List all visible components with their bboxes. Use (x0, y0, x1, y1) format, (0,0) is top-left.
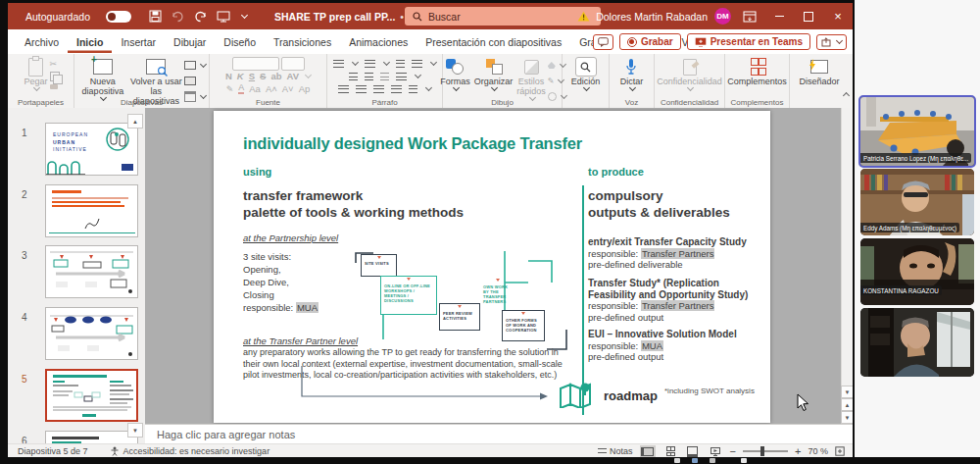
slideshow-view-button[interactable] (708, 445, 723, 457)
strikethrough-button[interactable]: S (260, 70, 266, 82)
undo-icon[interactable] (172, 11, 184, 23)
customize-qat-chevron-icon[interactable] (241, 12, 248, 19)
slide-thumbnail-3[interactable] (45, 245, 138, 298)
deliverable-item-1[interactable]: entry/exit Transfer Capacity Study respo… (588, 236, 760, 271)
slide-sorter-view-button[interactable] (662, 445, 678, 457)
cut-icon[interactable]: ✂ (50, 59, 60, 69)
font-size-combo[interactable] (281, 57, 305, 71)
tab-transiciones[interactable]: Transiciones (265, 31, 340, 53)
arrange-button[interactable]: Organizar (472, 57, 515, 90)
align-right-icon[interactable] (373, 85, 384, 93)
redo-icon[interactable] (194, 11, 207, 23)
site-visits-text[interactable]: 3 site visits: Opening, Deep Dive, Closi… (243, 250, 318, 314)
share-button[interactable] (816, 34, 847, 50)
scroll-down-button[interactable]: ▼ (841, 386, 853, 398)
align-text-icon[interactable] (396, 73, 407, 80)
tab-presentacion[interactable]: Presentación con diapositivas (416, 31, 570, 53)
tab-animaciones[interactable]: Animaciones (340, 31, 416, 53)
notes-toggle-button[interactable]: Notas (598, 445, 633, 458)
slide-thumbnail-2[interactable] (45, 184, 138, 237)
thumbs-scroll-down-button[interactable]: ▼ (127, 423, 143, 438)
change-case-button[interactable]: Aa (249, 82, 261, 95)
autosave-toggle[interactable] (106, 11, 131, 23)
new-slide-button[interactable]: + Nueva diapositiva (77, 57, 128, 100)
slide-thumbnail-5[interactable] (45, 369, 138, 422)
deliverable-item-2[interactable]: Transfer Study* (Replication Feasibility… (588, 278, 760, 323)
zoom-slider-thumb[interactable] (760, 446, 764, 456)
accessibility-status[interactable]: Accesibilidad: es necesario investigar (123, 446, 270, 456)
diagram-box-peer-review[interactable]: PEER REVIEW ACTIVITIES (439, 303, 480, 331)
transfer-partner-level-heading[interactable]: at the Transfer Partner level (243, 335, 358, 346)
font-name-combo[interactable] (232, 57, 279, 71)
account-avatar[interactable]: DM (714, 8, 731, 25)
diagram-box-other-forms[interactable]: OTHER FORMS OF WORK AND COOPERATION (502, 310, 545, 341)
close-button[interactable]: × (823, 3, 853, 29)
editing-button[interactable]: Edición (569, 57, 603, 90)
participant-video-1[interactable]: Patricia Serrano Lopez (Μη επαληθε... (858, 95, 976, 168)
underline-button[interactable]: S (249, 70, 255, 82)
tab-inicio[interactable]: Inicio (68, 31, 112, 53)
account-name[interactable]: Dolores Martin Rabadan (596, 11, 708, 23)
tab-archivo[interactable]: Archivo (16, 31, 68, 53)
slide-canvas[interactable]: individually designed Work Package Trans… (214, 111, 770, 423)
shapes-button[interactable]: Formas (438, 57, 472, 90)
diagram-box-own-work[interactable]: OWN WORK BY THE TRANSFER PARTNERS (480, 278, 515, 305)
search-box[interactable]: Buscar (405, 7, 601, 26)
taskbar-icon[interactable] (692, 458, 698, 463)
slide-thumbnail-6[interactable] (45, 431, 138, 443)
reading-view-button[interactable] (685, 445, 701, 457)
zoom-in-button[interactable]: + (795, 445, 801, 457)
roadmap-label[interactable]: roadmap (604, 388, 658, 403)
tab-diseno[interactable]: Diseño (215, 31, 265, 53)
tab-dibujar[interactable]: Dibujar (165, 31, 215, 53)
to-produce-heading[interactable]: to produce (588, 166, 644, 178)
taskbar-icon[interactable] (710, 458, 715, 463)
tab-insertar[interactable]: Insertar (112, 31, 165, 53)
numbering-icon[interactable] (365, 60, 375, 68)
taskbar-icon[interactable] (674, 458, 680, 463)
reset-slide-button[interactable] (184, 75, 206, 87)
save-icon[interactable] (149, 10, 162, 23)
text-direction-icon[interactable] (380, 73, 389, 80)
format-painter-icon[interactable] (50, 84, 58, 89)
copy-icon[interactable] (50, 72, 60, 81)
zoom-slider[interactable] (743, 450, 788, 452)
paste-button[interactable]: Pegar (22, 57, 49, 90)
diagram-box-workshops[interactable]: ON-LINE OR OFF-LINE WORKSHOPS / MEETINGS… (380, 276, 437, 315)
bold-button[interactable]: N (225, 70, 232, 82)
justify-icon[interactable] (391, 85, 402, 93)
addins-button[interactable]: Complementos (725, 57, 789, 87)
zoom-level[interactable]: 70 % (808, 446, 828, 456)
editor-scrollbar[interactable]: ▼ ▲ ▼ (841, 108, 853, 424)
highlight-button[interactable]: ✎ (226, 84, 234, 94)
grow-font-button[interactable]: A˄ (266, 82, 277, 95)
next-slide-button[interactable]: ▼ (841, 411, 853, 424)
slide-thumbnail-1[interactable]: EUROPEAN URBAN INITIATIVE (45, 123, 138, 176)
present-in-teams-button[interactable]: Presentar en Teams (687, 33, 810, 50)
participant-video-4[interactable] (860, 308, 974, 377)
participant-video-2[interactable]: Eddy Adams (Μη επαληθευμένος) (860, 169, 974, 235)
normal-view-button[interactable] (640, 445, 656, 457)
line-spacing-icon[interactable] (412, 60, 422, 68)
participant-video-3[interactable]: KONSTANTINA RAGAZOU (860, 238, 974, 305)
using-heading[interactable]: using (243, 166, 271, 178)
columns-icon[interactable] (365, 73, 373, 80)
deliverable-item-3[interactable]: EUI – Innovative Solution Model responsi… (588, 329, 760, 363)
zoom-out-button[interactable]: − (730, 445, 736, 457)
char-spacing-button[interactable]: AV (287, 70, 300, 82)
record-button[interactable]: Grabar (619, 33, 681, 50)
clear-format-button[interactable]: Ap (299, 82, 311, 95)
indent-less-icon[interactable] (349, 73, 358, 80)
indent-more-icon[interactable] (396, 60, 405, 68)
fit-to-window-icon[interactable] (835, 446, 845, 456)
bullets-icon[interactable] (333, 60, 344, 68)
designer-button[interactable]: Diseñador (797, 57, 841, 87)
previous-slide-button[interactable]: ▲ (841, 398, 853, 411)
shrink-font-button[interactable]: A˅ (282, 82, 294, 95)
dictate-button[interactable]: Dictar (618, 57, 646, 90)
right-subheading[interactable]: compulsory outputs & deliverables (588, 187, 730, 221)
minimize-button[interactable] (764, 3, 794, 29)
partnership-level-heading[interactable]: at the Partnership level (243, 232, 338, 243)
italic-button[interactable]: K (237, 70, 244, 82)
document-title[interactable]: SHARE TP prep call PP... (274, 11, 395, 23)
